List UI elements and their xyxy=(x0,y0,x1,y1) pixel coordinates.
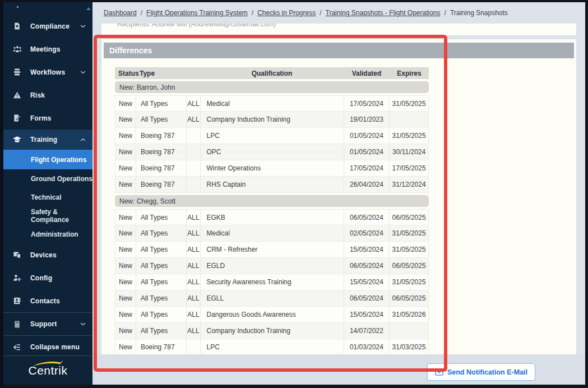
cell-type: All Types xyxy=(136,274,186,290)
breadcrumb-link-flight-operations-training-system[interactable]: Flight Operations Training System xyxy=(146,9,248,17)
group-header-label: New: Barron, John xyxy=(119,84,175,91)
sidebar-item-support[interactable]: Support xyxy=(3,312,92,335)
sidebar-item-flight-operations[interactable]: Flight Operations xyxy=(3,150,92,169)
cell-status: New xyxy=(115,112,136,127)
cell-all: ALL xyxy=(186,258,201,274)
cell-type: Boeing 787 xyxy=(136,177,186,192)
cell-validated: 15/05/2024 xyxy=(344,242,390,257)
table-row: NewAll TypesALLCRM - Refresher15/05/2024… xyxy=(115,242,429,258)
compliance-icon xyxy=(12,21,22,31)
cell-qualification: Security Awareness Training xyxy=(200,274,343,290)
sidebar-item-risk[interactable]: Risk xyxy=(3,84,92,107)
table-row: NewBoeing 787LPC01/03/202431/03/2025 xyxy=(115,339,429,354)
cell-all: ALL xyxy=(186,323,201,339)
envelope-icon xyxy=(435,369,443,376)
cell-status: New xyxy=(115,323,136,339)
cell-status: New xyxy=(115,128,136,144)
cell-all xyxy=(186,128,201,144)
table-row: NewAll TypesALLSecurity Awareness Traini… xyxy=(115,274,429,290)
cell-status: New xyxy=(115,307,136,322)
sidebar-item-collapse-menu[interactable]: Collapse menu xyxy=(3,335,92,358)
cell-validated: 26/04/2024 xyxy=(344,177,390,192)
risk-icon xyxy=(12,90,22,100)
sidebar-item-administration[interactable]: Administration xyxy=(3,225,92,243)
sidebar-item-label: Risk xyxy=(30,91,87,99)
sidebar-item-label: Ground Operations xyxy=(31,175,92,183)
sidebar-item-training[interactable]: Training xyxy=(3,130,92,150)
cell-qualification: EGKB xyxy=(200,210,343,225)
cell-qualification: Winter Operations xyxy=(200,160,343,176)
cell-validated: 15/05/2024 xyxy=(344,307,390,322)
sidebar-item-label: Safety & Compliance xyxy=(31,208,92,224)
sidebar-item-safety-compliance[interactable]: Safety & Compliance xyxy=(3,206,92,225)
sidebar-item-label: Forms xyxy=(30,114,87,122)
cell-status: New xyxy=(115,96,136,111)
brand-logo: Centrik xyxy=(3,355,92,385)
cell-expires: 31/05/2026 xyxy=(389,307,428,322)
sidebar-item-ground-operations[interactable]: Ground Operations xyxy=(3,169,92,188)
chevron-down-icon xyxy=(80,71,87,74)
group-header: New: Barron, John xyxy=(115,81,429,93)
sidebar-item-label: Config xyxy=(30,274,87,282)
sidebar-item-meetings[interactable]: Meetings xyxy=(3,38,92,61)
cell-all xyxy=(186,144,201,160)
breadcrumb-link-checks-in-progress[interactable]: Checks in Progress xyxy=(257,9,316,17)
sidebar-item-label: Workflows xyxy=(30,68,80,76)
cell-all: ALL xyxy=(186,242,201,257)
send-notification-button[interactable]: Send Notification E-Mail xyxy=(427,363,535,381)
cell-expires xyxy=(389,323,428,339)
sidebar-item-devices[interactable]: Devices xyxy=(3,243,92,266)
sidebar-item-label: Collapse menu xyxy=(30,343,87,351)
cell-expires: 31/03/2025 xyxy=(389,339,428,354)
cell-qualification: Company Induction Training xyxy=(200,323,343,339)
cell-expires: 31/12/2024 xyxy=(389,177,428,192)
breadcrumb-link-dashboard[interactable]: Dashboard xyxy=(104,9,137,17)
cell-qualification: LPC xyxy=(200,128,343,144)
table-row: NewBoeing 787LPC01/05/202431/05/2025 xyxy=(115,128,429,144)
sidebar-item-contacts[interactable]: Contacts xyxy=(3,289,92,312)
sidebar-nav: ComplianceMeetingsWorkflowsRiskFormsTrai… xyxy=(3,15,92,358)
main-area: Dashboard/Flight Operations Training Sys… xyxy=(92,2,585,385)
scroll-up-arrow[interactable] xyxy=(86,7,91,10)
cell-status: New xyxy=(115,339,136,354)
cell-expires: 31/05/2025 xyxy=(389,274,428,290)
group-header-label: New: Chegg, Scott xyxy=(119,197,175,205)
cell-type: All Types xyxy=(136,96,186,111)
sidebar-item-compliance[interactable]: Compliance xyxy=(3,15,92,38)
cell-expires: 06/05/2025 xyxy=(389,258,428,274)
sidebar-item-workflows[interactable]: Workflows xyxy=(3,61,92,84)
cell-validated: 01/05/2024 xyxy=(344,144,390,160)
cell-qualification: Medical xyxy=(200,96,343,111)
cell-validated: 06/05/2024 xyxy=(344,210,390,225)
cell-expires: 06/05/2025 xyxy=(389,290,428,306)
cell-validated: 01/03/2024 xyxy=(344,339,390,354)
meetings-icon xyxy=(12,44,22,54)
cell-status: New xyxy=(115,225,136,241)
cell-expires: 30/11/2024 xyxy=(389,144,428,160)
table-row: NewBoeing 787OPC01/05/202430/11/2024 xyxy=(115,144,429,160)
footer-bar: Send Notification E-Mail xyxy=(92,354,585,385)
cell-qualification: EGLL xyxy=(200,290,343,306)
cell-validated: 02/05/2024 xyxy=(344,225,390,241)
cell-all xyxy=(186,160,201,176)
sidebar-item-label: Technical xyxy=(31,193,61,201)
cell-all: ALL xyxy=(186,210,201,225)
cell-all: ALL xyxy=(186,274,201,290)
differences-section-header: Differences xyxy=(104,43,574,58)
forms-icon xyxy=(12,113,22,123)
breadcrumb-separator: / xyxy=(252,9,253,17)
sidebar-item-label: Contacts xyxy=(30,297,87,305)
sidebar-item-forms[interactable]: Forms xyxy=(3,107,92,130)
cell-all xyxy=(186,177,201,192)
differences-table: StatusTypeQualificationValidatedExpiresN… xyxy=(115,67,429,354)
cell-validated: 17/05/2024 xyxy=(344,160,390,176)
column-header-expires: Expires xyxy=(390,67,429,79)
sidebar-item-technical[interactable]: Technical xyxy=(3,188,92,206)
breadcrumb-link-training-snapshots-flight-operations[interactable]: Training Snapshots - Flight Operations xyxy=(326,9,441,17)
cell-all: ALL xyxy=(186,112,201,127)
cell-expires xyxy=(389,112,428,127)
sidebar-item-config[interactable]: Config xyxy=(3,266,92,289)
logo-swoosh-icon xyxy=(32,360,64,367)
chevron-up-icon xyxy=(80,138,87,141)
group-header: New: Chegg, Scott xyxy=(115,195,429,207)
